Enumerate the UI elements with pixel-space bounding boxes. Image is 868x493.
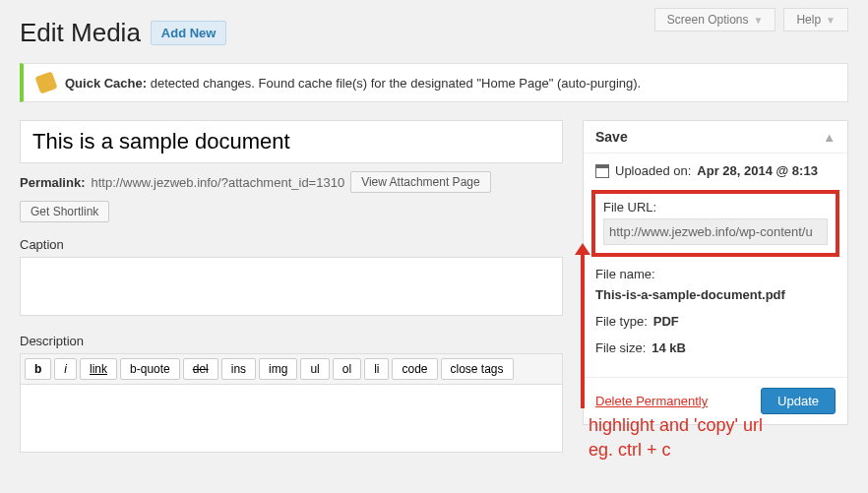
uploaded-on-value: Apr 28, 2014 @ 8:13	[697, 163, 818, 178]
help-button[interactable]: Help ▼	[783, 8, 848, 31]
description-textarea[interactable]	[20, 384, 563, 453]
qt-link-button[interactable]: link	[80, 358, 117, 380]
save-title: Save	[595, 129, 628, 145]
delete-permanently-link[interactable]: Delete Permanently	[595, 394, 708, 408]
qt-code-button[interactable]: code	[392, 358, 437, 380]
qt-bquote-button[interactable]: b-quote	[120, 358, 180, 380]
broom-icon	[34, 71, 57, 93]
file-name-value: This-is-a-sample-document.pdf	[595, 287, 785, 302]
caption-textarea[interactable]	[20, 257, 563, 316]
annotation-text: highlight and 'copy' url eg. ctrl + c	[589, 413, 763, 462]
qt-del-button[interactable]: del	[183, 358, 218, 380]
qt-ol-button[interactable]: ol	[333, 358, 361, 380]
file-url-input[interactable]	[603, 218, 828, 245]
qt-italic-button[interactable]: i	[54, 358, 77, 380]
uploaded-on-label: Uploaded on:	[615, 163, 691, 178]
collapse-icon[interactable]: ▲	[823, 130, 836, 145]
annotation-line-2: eg. ctrl + c	[589, 438, 763, 462]
notice-body: detected changes. Found cache file(s) fo…	[147, 76, 641, 91]
qt-ins-button[interactable]: ins	[221, 358, 256, 380]
help-label: Help	[796, 13, 821, 27]
qt-ul-button[interactable]: ul	[300, 358, 329, 380]
notice-strong: Quick Cache:	[65, 76, 147, 91]
chevron-down-icon: ▼	[826, 15, 836, 26]
annotation-line-1: highlight and 'copy' url	[589, 413, 763, 438]
calendar-icon	[595, 164, 609, 178]
screen-options-button[interactable]: Screen Options ▼	[654, 8, 776, 31]
qt-li-button[interactable]: li	[364, 358, 389, 380]
get-shortlink-button[interactable]: Get Shortlink	[20, 201, 109, 222]
chevron-down-icon: ▼	[754, 15, 764, 26]
file-name-label: File name:	[595, 267, 655, 281]
add-new-button[interactable]: Add New	[151, 21, 227, 45]
page-title: Edit Media	[20, 18, 141, 48]
description-label: Description	[20, 334, 563, 348]
qt-img-button[interactable]: img	[259, 358, 297, 380]
permalink-url: http://www.jezweb.info/?attachment_id=13…	[91, 175, 344, 190]
view-attachment-button[interactable]: View Attachment Page	[350, 171, 491, 193]
file-size-value: 14 kB	[651, 340, 686, 355]
annotation-arrow-icon	[581, 251, 585, 408]
permalink-label: Permalink:	[20, 175, 85, 190]
file-type-value: PDF	[653, 314, 679, 329]
screen-options-label: Screen Options	[667, 13, 749, 27]
file-url-highlight: File URL:	[591, 190, 839, 257]
qt-bold-button[interactable]: b	[25, 358, 51, 380]
file-type-label: File type:	[595, 314, 648, 329]
qt-close-button[interactable]: close tags	[441, 358, 514, 380]
save-postbox: Save ▲ Uploaded on: Apr 28, 2014 @ 8:13 …	[583, 120, 848, 425]
update-button[interactable]: Update	[761, 388, 836, 414]
file-size-label: File size:	[595, 340, 646, 355]
file-url-label: File URL:	[603, 200, 828, 215]
notice-text: Quick Cache: detected changes. Found cac…	[65, 76, 641, 91]
cache-notice: Quick Cache: detected changes. Found cac…	[20, 63, 848, 102]
caption-label: Caption	[20, 237, 563, 252]
media-title-input[interactable]	[20, 120, 563, 163]
